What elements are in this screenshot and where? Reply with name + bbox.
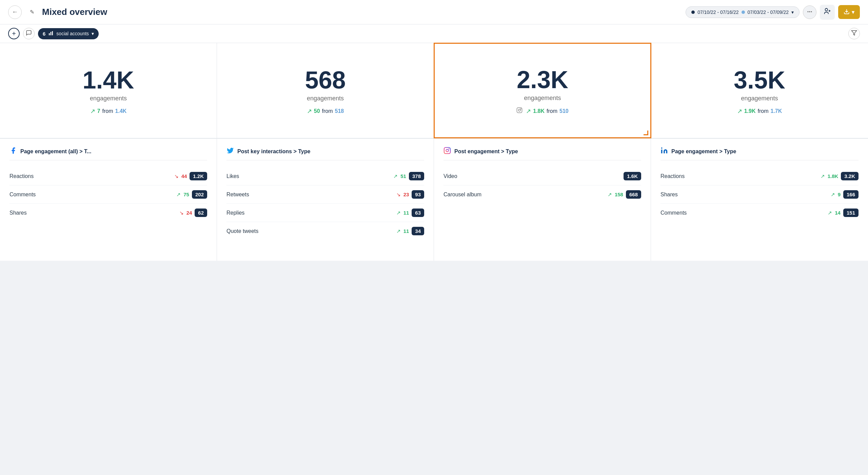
widget-card-1: Post key interactions > Type Likes ↗ 51 … [217, 139, 434, 261]
badge: 1.6K [624, 172, 641, 180]
up-arrow-icon: ↗ [821, 173, 825, 179]
export-chevron: ▾ [852, 9, 854, 15]
up-arrow-icon: ↗ [396, 210, 401, 216]
header-right: 07/10/22 - 07/16/22 07/03/22 - 07/09/22 … [686, 5, 860, 20]
widget-row-2-1: Carousel album ↗ 158 668 [443, 185, 641, 203]
back-button[interactable]: ← [8, 5, 22, 19]
header: ← ✎ Mixed overview 07/10/22 - 07/16/22 0… [0, 0, 868, 24]
row-right: ↗ 158 668 [608, 190, 641, 199]
widget-header-1: Post key interactions > Type [226, 147, 424, 160]
sub-header: + 6 social accounts ▾ [0, 24, 868, 43]
stat-value-2: 2.3K [517, 67, 568, 92]
widget-row-1-3: Quote tweets ↗ 11 34 [226, 222, 424, 240]
up-arrow-icon: ↗ [831, 192, 835, 198]
back-icon: ← [12, 8, 18, 16]
row-right: ↘ 44 1.2K [174, 172, 207, 180]
row-label: Video [443, 173, 457, 179]
svg-point-13 [449, 149, 450, 150]
bar-chart-icon [48, 31, 54, 37]
row-label: Comments [660, 210, 687, 216]
badge: 63 [412, 209, 424, 217]
change-val: 51 [400, 173, 406, 179]
change-num-3: 1.9K [744, 108, 756, 114]
widget-row-1-0: Likes ↗ 51 378 [226, 167, 424, 185]
export-button[interactable]: ▾ [838, 5, 860, 19]
up-arrow-icon: ↗ [828, 210, 832, 216]
instagram-icon [516, 107, 522, 115]
change-val: 158 [615, 192, 623, 197]
from-label-0: from [102, 108, 113, 114]
add-user-button[interactable] [820, 5, 835, 20]
row-right: ↗ 11 34 [396, 227, 424, 235]
stat-change-1: ↗ 50 from 518 [307, 107, 344, 115]
date-range-button[interactable]: 07/10/22 - 07/16/22 07/03/22 - 07/09/22 … [686, 6, 800, 18]
change-val: 75 [183, 192, 189, 197]
up-arrow-icon-2: ↗ [526, 107, 531, 115]
stats-row: 1.4K engagements ↗ 7 from 1.4K 568 engag… [0, 43, 868, 138]
up-arrow-icon: ↗ [608, 192, 612, 198]
svg-rect-4 [49, 33, 50, 35]
row-label: Quote tweets [226, 228, 258, 234]
badge: 93 [412, 190, 424, 199]
stat-label-3: engagements [741, 95, 778, 102]
row-right: ↗ 14 151 [828, 209, 859, 217]
row-label: Reactions [9, 173, 34, 179]
svg-point-0 [825, 8, 828, 11]
down-arrow-icon: ↘ [174, 173, 179, 179]
stat-change-0: ↗ 7 from 1.4K [90, 107, 127, 115]
social-accounts-label: social accounts [56, 31, 89, 36]
row-label: Comments [9, 192, 36, 198]
stat-card-1: 568 engagements ↗ 50 from 518 [217, 43, 434, 138]
change-prev-2: 510 [559, 108, 569, 114]
row-label: Retweets [226, 192, 249, 198]
widget-row-0-2: Shares ↘ 24 62 [9, 204, 207, 222]
widget-card-3: Page engagement > Type Reactions ↗ 1.8K … [651, 139, 868, 261]
widget-row-3-0: Reactions ↗ 1.8K 3.2K [660, 167, 859, 185]
stat-change-3: ↗ 1.9K from 1.7K [737, 107, 782, 115]
add-user-icon [824, 7, 831, 17]
row-label: Replies [226, 210, 244, 216]
widget-row-3-2: Comments ↗ 14 151 [660, 204, 859, 222]
badge: 62 [195, 209, 207, 217]
badge: 378 [409, 172, 424, 180]
add-widget-button[interactable]: + [8, 28, 20, 39]
social-accounts-button[interactable]: 6 social accounts ▾ [38, 28, 99, 39]
up-arrow-icon: ↗ [393, 173, 398, 179]
row-label: Likes [226, 173, 239, 179]
row-right: ↘ 23 93 [396, 190, 424, 199]
up-arrow-icon-3: ↗ [737, 107, 742, 115]
row-right: ↗ 11 63 [396, 209, 424, 217]
twitter-icon [226, 147, 234, 156]
widget-header-2: Post engagement > Type [443, 147, 641, 160]
change-val: 44 [181, 173, 187, 179]
change-prev-3: 1.7K [771, 108, 782, 114]
more-options-button[interactable]: ··· [803, 5, 816, 19]
change-prev-0: 1.4K [115, 108, 127, 114]
stat-label-1: engagements [307, 95, 344, 102]
filter-button[interactable] [848, 28, 860, 39]
chevron-down-icon: ▾ [791, 9, 794, 15]
edit-button[interactable]: ✎ [26, 6, 38, 18]
svg-rect-11 [444, 147, 450, 154]
change-val: 1.8K [828, 173, 839, 179]
badge: 1.2K [190, 172, 207, 180]
svg-rect-6 [52, 31, 53, 35]
badge: 3.2K [841, 172, 859, 180]
linkedin-icon [660, 147, 668, 156]
export-icon [844, 8, 850, 16]
social-chevron-icon: ▾ [92, 31, 94, 36]
from-label-3: from [758, 108, 769, 114]
stat-value-3: 3.5K [734, 68, 785, 92]
up-arrow-icon: ↗ [396, 228, 401, 234]
change-prev-1: 518 [335, 108, 344, 114]
widget-row-3-1: Shares ↗ 9 166 [660, 185, 859, 204]
svg-rect-5 [51, 32, 52, 35]
add-icon: + [12, 30, 16, 38]
widget-header-0: Page engagement (all) > T... [9, 147, 207, 160]
more-icon: ··· [807, 8, 812, 16]
comment-button[interactable] [23, 28, 35, 39]
change-val: 14 [835, 210, 841, 216]
svg-point-15 [661, 147, 663, 149]
widget-header-3: Page engagement > Type [660, 147, 859, 160]
badge: 668 [626, 190, 641, 199]
